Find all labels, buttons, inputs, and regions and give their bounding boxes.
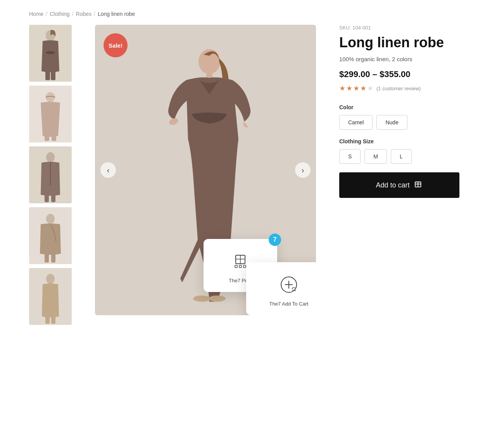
svg-point-26 (209, 295, 226, 302)
review-count: (1 customer review) (376, 86, 421, 91)
svg-rect-8 (52, 135, 56, 141)
svg-point-6 (46, 92, 55, 102)
next-image-button[interactable]: › (295, 162, 311, 178)
product-sku: SKU: 104-001 (339, 25, 459, 31)
svg-rect-20 (45, 315, 50, 324)
product-page: Sale! (0, 25, 504, 325)
svg-rect-13 (51, 194, 55, 202)
size-label: Clothing Size (339, 138, 459, 144)
star-2: ★ (346, 84, 352, 93)
color-label: Color (339, 104, 459, 110)
svg-point-19 (46, 274, 55, 284)
svg-rect-21 (51, 315, 55, 324)
svg-point-25 (193, 295, 210, 302)
product-subtitle: 100% organic linen, 2 colors (339, 56, 459, 62)
star-rating: ★ ★ ★ ★ ★ (339, 84, 373, 93)
svg-point-2 (46, 51, 55, 54)
star-4: ★ (360, 84, 366, 93)
add-to-cart-label: Add to cart (376, 181, 409, 189)
breadcrumb-sep-2: / (72, 11, 74, 17)
product-rating: ★ ★ ★ ★ ★ (1 customer review) (339, 84, 459, 93)
tooltip-popup-2: 7 The7 Add To Cart (246, 262, 316, 315)
color-camel[interactable]: Camel (339, 115, 373, 130)
svg-rect-16 (45, 253, 49, 263)
thumbnail-4[interactable] (29, 207, 72, 264)
star-1: ★ (339, 84, 345, 93)
thumbnail-list (29, 25, 72, 325)
breadcrumb-sep-1: / (46, 11, 47, 17)
svg-rect-3 (45, 70, 50, 80)
breadcrumb: Home / Clothing / Robes / Long linen rob… (0, 0, 504, 25)
product-info: SKU: 104-001 Long linen robe 100% organi… (339, 25, 459, 198)
size-s[interactable]: S (339, 149, 361, 164)
color-nude[interactable]: Nude (376, 115, 407, 130)
svg-rect-17 (51, 253, 55, 263)
breadcrumb-robes[interactable]: Robes (76, 11, 91, 17)
cart-icon (414, 181, 423, 189)
size-option: Clothing Size S M L (339, 138, 459, 164)
product-price: $299.00 – $355.00 (339, 69, 459, 79)
tooltip-icon-2 (277, 273, 300, 296)
size-buttons: S M L (339, 149, 459, 164)
prev-image-button[interactable]: ‹ (100, 162, 116, 178)
tooltip-badge-1: 7 (269, 234, 281, 246)
star-5: ★ (367, 84, 373, 93)
thumbnail-1[interactable] (29, 25, 72, 82)
breadcrumb-home[interactable]: Home (29, 11, 43, 17)
color-buttons: Camel Nude (339, 115, 459, 130)
star-3: ★ (353, 84, 359, 93)
svg-rect-12 (45, 194, 49, 202)
svg-point-10 (46, 152, 55, 162)
svg-point-24 (168, 117, 179, 126)
svg-rect-32 (243, 265, 246, 268)
svg-rect-4 (51, 70, 55, 80)
size-m[interactable]: M (364, 149, 387, 164)
svg-point-36 (293, 290, 294, 291)
sale-badge: Sale! (104, 33, 128, 57)
svg-point-15 (46, 214, 55, 224)
color-option: Color Camel Nude (339, 104, 459, 130)
breadcrumb-clothing[interactable]: Clothing (50, 11, 69, 17)
breadcrumb-current: Long linen robe (98, 11, 135, 17)
add-to-cart-button[interactable]: Add to cart (339, 172, 459, 198)
breadcrumb-sep-3: / (94, 11, 95, 17)
svg-rect-7 (45, 135, 49, 141)
thumbnail-5[interactable] (29, 268, 72, 325)
svg-point-37 (295, 290, 296, 291)
thumbnail-2[interactable] (29, 86, 72, 143)
svg-rect-30 (235, 265, 237, 268)
thumbnail-3[interactable] (29, 146, 72, 203)
product-title: Long linen robe (339, 34, 459, 50)
size-l[interactable]: L (391, 149, 412, 164)
main-product-image: Sale! (95, 25, 316, 315)
tooltip-label-2: The7 Add To Cart (269, 301, 309, 307)
svg-rect-31 (239, 265, 242, 268)
